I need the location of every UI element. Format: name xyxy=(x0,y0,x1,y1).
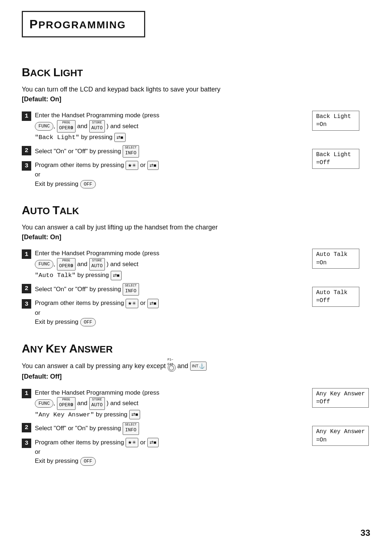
step-number-2: 2 xyxy=(22,146,31,155)
nav-key-b2: ⇄■ xyxy=(147,438,159,447)
select-info-key-b: SELECT INFO xyxy=(123,422,139,435)
any-step-3-content: Program other items by pressing ★✳ or ⇄■… xyxy=(35,438,301,466)
off-key-a: OFF xyxy=(80,318,96,327)
any-key-description: You can answer a call by pressing any ke… xyxy=(22,361,370,382)
prog-oper0-key-b: PROG OPER0 xyxy=(57,397,75,410)
any-key-steps-display: 1 Enter the Handset Programming mode (pr… xyxy=(22,388,370,466)
any-display-box-2: Any Key Answer=On xyxy=(312,426,369,446)
page-header: PProgramming xyxy=(22,11,145,37)
auto-step-1-content: Enter the Handset Programming mode (pres… xyxy=(35,249,301,280)
select-info-key: SELECT INFO xyxy=(123,145,139,158)
display-box-2: Back Light=Off xyxy=(312,149,359,169)
section-auto-talk: AUTO TALK You can answer a call by just … xyxy=(22,201,370,326)
auto-step-1: 1 Enter the Handset Programming mode (pr… xyxy=(22,249,301,280)
store-auto-key-b: STORE AUTO xyxy=(89,397,105,410)
func-key-a: FUNC xyxy=(35,260,53,269)
store-auto-key: STORE AUTO xyxy=(89,120,105,133)
back-light-displays: Back Light=On Back Light=Off xyxy=(312,111,370,169)
section-title-auto-talk: AUTO TALK xyxy=(22,201,370,219)
back-light-steps: 1 Enter the Handset Programming mode (pr… xyxy=(22,111,301,188)
auto-step-number-1: 1 xyxy=(22,249,31,259)
step-1-content: Enter the Handset Programming mode (pres… xyxy=(35,111,301,142)
step-number-1: 1 xyxy=(22,111,31,121)
auto-step-number-3: 3 xyxy=(22,299,31,309)
any-display-box-1: Any Key Answer=Off xyxy=(312,388,369,408)
any-step-2: 2 Select "Off" or "On" by pressing SELEC… xyxy=(22,422,301,435)
step-1: 1 Enter the Handset Programming mode (pr… xyxy=(22,111,301,142)
any-step-number-1: 1 xyxy=(22,389,31,398)
auto-step-2-content: Select "On" or "Off" by pressing SELECT … xyxy=(35,283,301,296)
section-title-any-key-answer: ANY KEY ANSWER xyxy=(22,340,370,357)
step-number-3: 3 xyxy=(22,161,31,171)
back-light-steps-display: 1 Enter the Handset Programming mode (pr… xyxy=(22,111,370,188)
auto-step-number-2: 2 xyxy=(22,284,31,293)
step-3-content: Program other items by pressing ★✳ or ⇄■… xyxy=(35,160,301,188)
auto-step-3-content: Program other items by pressing ★✳ or ⇄■… xyxy=(35,298,301,326)
page-title: PProgramming xyxy=(29,19,126,30)
func-key-b: FUNC xyxy=(35,399,53,408)
any-key-displays: Any Key Answer=Off Any Key Answer=On xyxy=(312,388,370,446)
nav-key2: ⇄■ xyxy=(147,161,159,170)
star-nav-key: ★✳ xyxy=(126,161,138,170)
off-key: OFF xyxy=(80,180,96,189)
prog-oper0-key: PROG OPER0 xyxy=(57,120,75,133)
auto-talk-steps: 1 Enter the Handset Programming mode (pr… xyxy=(22,249,301,326)
any-step-number-2: 2 xyxy=(22,423,31,432)
back-light-description: You can turn off the LCD and keypad back… xyxy=(22,85,370,104)
star-nav-key-a: ★✳ xyxy=(126,299,138,308)
any-step-2-content: Select "Off" or "On" by pressing SELECT … xyxy=(35,422,301,435)
auto-talk-displays: Auto Talk=On Auto Talk=Off xyxy=(312,249,370,307)
off-key-b: OFF xyxy=(80,457,96,466)
auto-display-box-1: Auto Talk=On xyxy=(312,249,359,269)
nav-key-a2: ⇄■ xyxy=(147,299,159,308)
any-key-steps: 1 Enter the Handset Programming mode (pr… xyxy=(22,388,301,466)
int-ringer-key: INT ⚓ xyxy=(190,362,207,371)
any-step-3: 3 Program other items by pressing ★✳ or … xyxy=(22,438,301,466)
section-title-back-light: BACK LIGHT xyxy=(22,64,370,81)
step-2: 2 Select "On" or "Off" by pressing SELEC… xyxy=(22,145,301,158)
auto-step-2: 2 Select "On" or "Off" by pressing SELEC… xyxy=(22,283,301,296)
any-step-number-3: 3 xyxy=(22,439,31,448)
star-nav-key-b: ★✳ xyxy=(126,438,138,447)
func-key: FUNC xyxy=(35,122,53,131)
prog-oper0-key-a: PROG OPER0 xyxy=(57,258,75,271)
step-2-content: Select "On" or "Off" by pressing SELECT … xyxy=(35,145,301,158)
nav-key-b: ⇄■ xyxy=(129,410,140,419)
auto-step-3: 3 Program other items by pressing ★✳ or … xyxy=(22,298,301,326)
step-3: 3 Program other items by pressing ★✳ or … xyxy=(22,160,301,188)
section-back-light: BACK LIGHT You can turn off the LCD and … xyxy=(22,64,370,188)
section-any-key-answer: ANY KEY ANSWER You can answer a call by … xyxy=(22,340,370,466)
store-auto-key-a: STORE AUTO xyxy=(89,258,105,271)
nav-key-a: ⇄■ xyxy=(111,271,122,280)
any-step-1: 1 Enter the Handset Programming mode (pr… xyxy=(22,388,301,420)
any-step-1-content: Enter the Handset Programming mode (pres… xyxy=(35,388,301,420)
auto-talk-steps-display: 1 Enter the Handset Programming mode (pr… xyxy=(22,249,370,326)
auto-talk-description: You can answer a call by just lifting up… xyxy=(22,223,370,242)
select-info-key-a: SELECT INFO xyxy=(123,283,139,296)
nav-key: ⇄■ xyxy=(114,133,126,142)
page-number: 33 xyxy=(360,526,370,539)
auto-display-box-2: Auto Talk=Off xyxy=(312,287,359,307)
display-box-1: Back Light=On xyxy=(312,111,359,131)
